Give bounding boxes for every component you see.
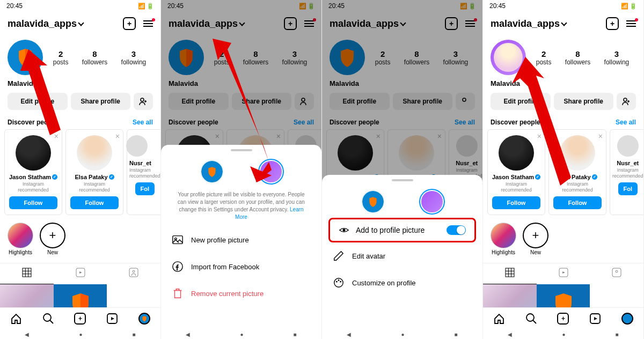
tab-current-photo[interactable]: [362, 191, 384, 212]
tab-reels[interactable]: [54, 263, 107, 284]
stat-followers[interactable]: 8followers: [82, 49, 107, 66]
svg-point-22: [336, 281, 338, 283]
profile-tabs: [0, 263, 160, 284]
username-dropdown[interactable]: malavida_apps: [169, 18, 244, 30]
tab-grid[interactable]: [483, 263, 537, 284]
status-bar: 20:45 📶🔋: [0, 0, 160, 12]
tab-grid[interactable]: [0, 263, 54, 284]
svg-marker-17: [213, 39, 272, 182]
username-label: malavida_apps: [8, 18, 77, 30]
new-profile-picture-option[interactable]: New profile picture: [161, 226, 321, 253]
tab-reels[interactable]: [537, 263, 590, 284]
nav-create[interactable]: +: [557, 312, 569, 325]
svg-point-25: [624, 98, 627, 101]
suggestion-avatar[interactable]: [77, 135, 112, 171]
svg-point-13: [302, 98, 305, 101]
remove-picture-option[interactable]: Remove current picture: [161, 280, 321, 307]
svg-rect-26: [506, 268, 514, 277]
see-all-link[interactable]: See all: [616, 119, 636, 126]
suggestions-carousel[interactable]: × Jason Statham✓ Instagram recommended F…: [0, 129, 160, 215]
add-friend-button[interactable]: [617, 93, 636, 110]
tab-tagged[interactable]: [107, 263, 160, 284]
svg-marker-37: [512, 57, 571, 186]
recent-icon[interactable]: ■: [132, 331, 135, 337]
highlight-item[interactable]: Highlights: [491, 223, 516, 255]
svg-rect-14: [173, 236, 182, 244]
customize-option[interactable]: Customize on profile: [322, 269, 482, 296]
new-highlight-button[interactable]: +New: [523, 223, 548, 255]
chevron-down-icon: [78, 20, 84, 26]
nav-search[interactable]: [525, 312, 538, 325]
share-profile-button[interactable]: Share profile: [71, 93, 131, 110]
nav-reels[interactable]: [589, 312, 602, 325]
follow-button[interactable]: Follow: [9, 196, 57, 209]
highlights-row: Highlights +New: [0, 215, 160, 263]
back-icon[interactable]: ◀: [508, 331, 512, 337]
screen-1: 20:45 📶🔋 malavida_apps + 2posts 8followe…: [0, 0, 161, 339]
add-friend-button[interactable]: [134, 93, 153, 110]
svg-point-33: [616, 270, 618, 272]
menu-button[interactable]: [626, 20, 636, 27]
status-icons: 📶🔋: [137, 2, 154, 10]
suggestion-card: × Jason Statham✓ Instagram recommended F…: [4, 129, 62, 215]
see-all-link[interactable]: See all: [133, 119, 153, 126]
create-button[interactable]: +: [123, 17, 136, 30]
menu-button[interactable]: [143, 20, 153, 27]
eye-icon: [339, 225, 349, 235]
verified-icon: ✓: [52, 174, 57, 180]
username-dropdown[interactable]: malavida_apps: [8, 18, 83, 30]
import-facebook-option[interactable]: Import from Facebook: [161, 253, 321, 280]
suggestion-avatar[interactable]: [126, 135, 148, 157]
add-to-profile-toggle[interactable]: Add to profile picture: [328, 218, 476, 242]
follow-button[interactable]: Fol: [135, 182, 155, 195]
close-icon[interactable]: ×: [115, 132, 120, 141]
follow-button[interactable]: Follow: [70, 196, 119, 209]
bottom-nav: +: [0, 307, 160, 329]
home-icon[interactable]: ●: [79, 331, 82, 337]
svg-point-23: [338, 279, 340, 281]
avatar-sheet: Add to profile picture Edit avatar Custo…: [322, 175, 482, 339]
profile-header: malavida_apps +: [0, 12, 160, 35]
nav-home[interactable]: [493, 312, 506, 325]
svg-point-8: [133, 270, 135, 272]
verified-icon: ✓: [109, 174, 114, 180]
sheet-handle[interactable]: [392, 179, 413, 181]
nav-reels[interactable]: [106, 312, 119, 325]
annotation-arrow: [213, 39, 272, 182]
follow-button[interactable]: Follow: [553, 196, 602, 209]
close-icon[interactable]: ×: [598, 132, 603, 141]
nav-search[interactable]: [42, 312, 55, 325]
back-icon[interactable]: ◀: [25, 331, 29, 337]
home-icon[interactable]: ●: [562, 331, 565, 337]
svg-line-35: [533, 320, 536, 323]
suggestion-card: Nusr_et Instagram recommended Fol: [127, 129, 161, 215]
suggestion-card: Nusr_etInstagram recommendedFol: [610, 129, 644, 215]
svg-point-34: [526, 314, 534, 321]
suggestion-avatar[interactable]: [16, 135, 51, 171]
annotation-arrow: [20, 49, 69, 135]
stat-following[interactable]: 3following: [604, 49, 630, 66]
system-nav: ◀ ● ■: [0, 329, 160, 339]
screen-4: 20:45📶🔋 malavida_apps + 2posts 8follower…: [483, 0, 644, 339]
nav-profile[interactable]: [138, 312, 151, 325]
username-dropdown[interactable]: malavida_apps: [491, 18, 566, 30]
stat-following[interactable]: 3following: [121, 49, 147, 66]
tab-avatar[interactable]: [421, 191, 443, 212]
svg-rect-1: [23, 268, 31, 277]
notification-dot-icon: [152, 18, 155, 21]
create-button[interactable]: +: [606, 17, 619, 30]
tab-tagged[interactable]: [590, 263, 643, 284]
svg-marker-12: [20, 49, 61, 135]
highlight-item[interactable]: Highlights: [8, 223, 33, 255]
nav-create[interactable]: +: [74, 312, 86, 325]
recent-icon[interactable]: ■: [615, 331, 618, 337]
nav-profile[interactable]: [621, 312, 634, 325]
new-highlight-button[interactable]: +New: [40, 223, 65, 255]
follow-button[interactable]: Follow: [492, 196, 540, 209]
svg-point-20: [343, 229, 346, 232]
screen-2: 20:45📶🔋 malavida_apps + 2posts 8follower…: [161, 0, 322, 339]
svg-point-19: [463, 98, 466, 101]
edit-avatar-option[interactable]: Edit avatar: [322, 242, 482, 269]
nav-home[interactable]: [10, 312, 23, 325]
toggle-switch[interactable]: [447, 225, 466, 235]
